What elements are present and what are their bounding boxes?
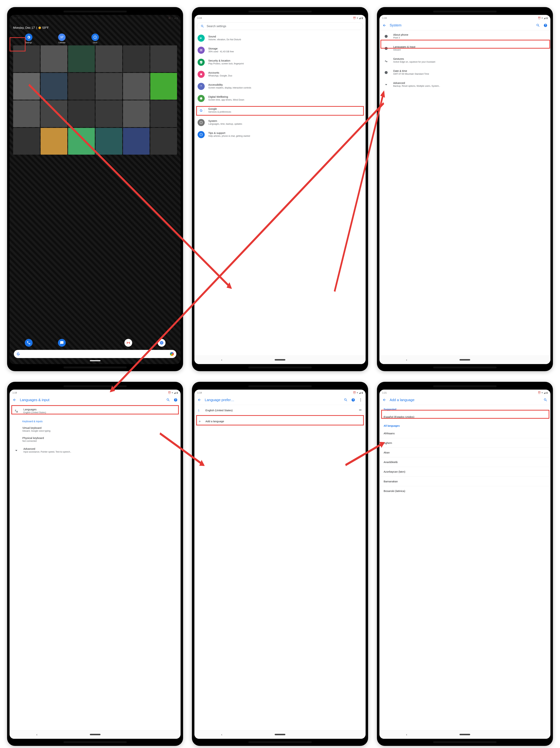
row-icon <box>383 81 390 88</box>
system-row-about-phone[interactable]: About phone Pixel 3 <box>380 30 551 42</box>
nav-back[interactable]: ‹ <box>406 733 417 737</box>
row-title: Accessibility <box>208 83 362 86</box>
lang-item[interactable]: Akan <box>380 448 551 457</box>
row-physical-keyboard[interactable]: Physical keyboard Not connected <box>9 434 180 444</box>
nav-home[interactable] <box>460 734 470 735</box>
back-button[interactable] <box>382 398 387 402</box>
lang-input-screen[interactable]: 1:19⏰▾◢▮ Languages & input Languages Eng… <box>9 390 180 739</box>
app-clock[interactable]: Clock <box>79 33 111 44</box>
settings-row-digital-wellbeing[interactable]: Digital Wellbeing Screen time, app timer… <box>194 92 365 104</box>
settings-screen[interactable]: 1:19 ⏰▾◢▮ Search settings Sound Volume, … <box>194 15 365 364</box>
date-weather[interactable]: Monday, Dec 17 | 59°F <box>13 26 177 30</box>
settings-row-accounts[interactable]: Accounts WhatsApp, Google, Duo <box>194 68 365 80</box>
messages-icon <box>60 341 64 345</box>
system-row-date-time[interactable]: Date & time GMT-07:00 Mountain Standard … <box>380 67 551 78</box>
row-virtual-keyboard[interactable]: Virtual keyboard Gboard, Google voice ty… <box>9 424 180 434</box>
row-icon <box>383 45 390 52</box>
lang-item[interactable]: Anarâškielâ <box>380 457 551 467</box>
gear-icon <box>27 35 31 39</box>
row-icon: ? <box>198 131 205 138</box>
row-title: Advanced <box>393 81 547 85</box>
nav-home[interactable] <box>460 359 470 360</box>
row-languages[interactable]: Languages English (United States) <box>9 405 180 417</box>
add-lang-screen[interactable]: 1:21⏰▾◢▮ Add a language Suggested Españo… <box>380 390 551 739</box>
dock-messages[interactable] <box>58 339 66 347</box>
settings-row-tips-support[interactable]: ? Tips & support Help articles, phone & … <box>194 128 365 141</box>
search-button[interactable] <box>543 398 547 402</box>
nav-home[interactable] <box>275 734 285 735</box>
settings-row-security-location[interactable]: Security & location Play Protect, screen… <box>194 56 365 68</box>
dock-chrome[interactable] <box>158 339 166 347</box>
row-title: Date & time <box>393 69 547 72</box>
nav-back[interactable]: ‹ <box>406 358 417 362</box>
lang-item[interactable]: Afrikaans <box>380 429 551 438</box>
app-calendar[interactable]: 17 Calendar <box>46 33 77 44</box>
nav-back[interactable]: ‹ <box>221 358 232 362</box>
search-button[interactable] <box>166 398 170 402</box>
page-title: Language prefer… <box>205 398 340 402</box>
search-button[interactable] <box>344 398 348 402</box>
row-title: About phone <box>393 33 547 36</box>
settings-row-sound[interactable]: Sound Volume, vibration, Do Not Disturb <box>194 32 365 44</box>
row-icon <box>198 71 205 78</box>
row-advanced[interactable]: Advanced Input assistance, Pointer speed… <box>9 444 180 457</box>
svg-point-14 <box>360 398 361 399</box>
help-button[interactable] <box>173 398 178 402</box>
search-button[interactable] <box>536 23 540 27</box>
phone-settings: 1:19 ⏰▾◢▮ Search settings Sound Volume, … <box>192 7 368 371</box>
settings-row-google[interactable]: Google Services & preferences <box>194 104 365 117</box>
back-button[interactable] <box>197 398 201 402</box>
svg-point-15 <box>360 400 361 400</box>
row-icon <box>383 69 390 76</box>
lang-pref-screen[interactable]: 1:19⏰▾◢▮ Language prefer… 1 English (Uni… <box>194 390 365 739</box>
subtitle: English (United States) <box>23 411 177 414</box>
system-screen[interactable]: 1:19⏰▾◢▮ System About phone Pixel 3 Lang… <box>380 15 551 364</box>
lang-item[interactable]: Azərbaycan (latın) <box>380 467 551 476</box>
lang-row-1[interactable]: 1 English (United States) <box>194 405 365 416</box>
row-icon <box>198 83 205 90</box>
nav-home[interactable] <box>275 359 285 360</box>
assistant-icon[interactable] <box>170 352 174 356</box>
drag-handle-icon[interactable] <box>359 408 362 412</box>
home-screen[interactable]: 1:18 ✉ ⏰ ▾ ◢ ▮ Monday, Dec 17 | 59°F <box>9 15 180 364</box>
chevron-down-icon <box>13 447 20 454</box>
android-nav-bar: ‹ <box>194 355 365 364</box>
row-subtitle: Services & preferences <box>208 111 362 113</box>
phone-home: 1:18 ✉ ⏰ ▾ ◢ ▮ Monday, Dec 17 | 59°F <box>7 7 183 371</box>
nav-back[interactable]: ‹ <box>36 733 47 737</box>
overflow-button[interactable] <box>359 398 363 402</box>
dock-gmail[interactable] <box>124 339 132 347</box>
nav-home[interactable] <box>90 734 100 735</box>
plus-icon: ＋ <box>198 419 201 424</box>
help-button[interactable] <box>543 23 547 27</box>
row-subtitle: Help articles, phone & chat, getting sta… <box>208 135 362 137</box>
back-button[interactable] <box>13 398 17 402</box>
system-row-advanced[interactable]: Advanced Backup, Reset options, Multiple… <box>380 78 551 91</box>
home-indicator[interactable] <box>90 360 100 361</box>
back-button[interactable] <box>382 23 387 27</box>
google-search-bar[interactable] <box>14 350 176 358</box>
settings-row-system[interactable]: i System Languages, time, backup, update… <box>194 117 365 128</box>
row-subtitle: 35% used · 41.43 GB free <box>208 50 362 53</box>
lang-item[interactable]: Bamanakan <box>380 477 551 486</box>
page-title: Add a language <box>390 398 540 402</box>
dock-phone[interactable] <box>25 339 32 347</box>
add-language-row[interactable]: ＋ Add a language <box>194 416 365 427</box>
search-settings[interactable]: Search settings <box>197 23 363 30</box>
nav-back[interactable]: ‹ <box>221 733 232 737</box>
help-button[interactable] <box>351 398 355 402</box>
settings-row-storage[interactable]: Storage 35% used · 41.43 GB free <box>194 44 365 56</box>
lang-suggested-item[interactable]: Español (Estados Unidos) <box>380 412 551 422</box>
translate-icon <box>13 407 20 415</box>
row-title: Gestures <box>393 57 547 60</box>
lang-item[interactable]: Bosanski (latinica) <box>380 486 551 496</box>
row-icon <box>383 33 390 40</box>
settings-row-accessibility[interactable]: Accessibility Screen readers, display, i… <box>194 80 365 92</box>
system-row-gestures[interactable]: Gestures Active Edge on, squeeze for you… <box>380 54 551 67</box>
lang-item[interactable]: Aghem <box>380 438 551 448</box>
svg-text:i: i <box>201 121 201 123</box>
row-icon: i <box>198 119 205 126</box>
system-row-languages-input[interactable]: Languages & input Gboard <box>380 42 551 54</box>
weather-text: 59°F <box>42 26 49 30</box>
app-settings[interactable]: Settings <box>13 33 44 44</box>
